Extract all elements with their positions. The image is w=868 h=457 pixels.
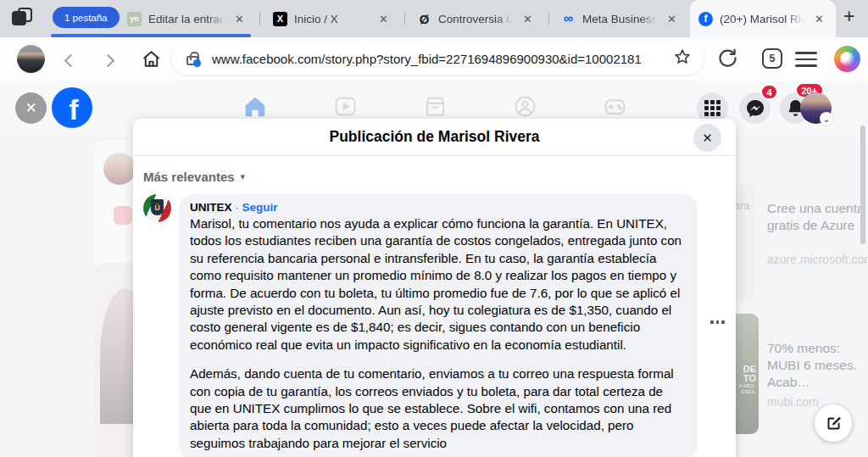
modal-close-button[interactable]: ✕ (693, 124, 721, 152)
copilot-icon[interactable] (834, 46, 860, 72)
tab-title: Inicio / X (294, 13, 369, 25)
comments-sort-dropdown[interactable]: Más relevantes ▾ (133, 156, 736, 192)
facebook-favicon: f (698, 12, 713, 26)
dropdown-arrow-icon: ▾ (241, 171, 246, 182)
compose-icon (825, 415, 843, 432)
tab-separator (548, 12, 549, 25)
tab-title: Controversia UNIT (438, 13, 513, 25)
tab-title: Meta Business Su (582, 13, 657, 25)
unitex-shield-icon: Ü (151, 199, 164, 215)
azure-ad-title[interactable]: Cree una cuenta gratis de Azure (767, 200, 865, 234)
sort-label: Más relevantes (143, 170, 235, 184)
url-text[interactable]: www.facebook.com/story.php?story_fbid=22… (212, 52, 666, 66)
messenger-badge: 4 (760, 84, 778, 100)
meta-infinity-favicon: ∞ (561, 12, 576, 26)
comment: Ü UNITEX · Seguir Marisol, tu comentario… (133, 192, 736, 457)
overlay-close-button[interactable]: ✕ (15, 92, 47, 124)
follow-link[interactable]: Seguir (242, 201, 278, 214)
facebook-logo[interactable]: f (52, 87, 92, 128)
tab-group-pill[interactable]: 1 pestaña (53, 7, 120, 28)
x-logo-favicon: X (273, 12, 287, 26)
home-button[interactable] (141, 48, 162, 73)
tab-title: Editar la entrada « (148, 13, 225, 25)
tab-meta-business[interactable]: ∞ Meta Business Su ✕ (553, 0, 688, 37)
close-tab-icon[interactable]: ✕ (520, 11, 536, 27)
tab-marisol-rivera-active[interactable]: f (20+) Marisol Rive ✕ (690, 0, 836, 37)
post-modal: Publicación de Marisol Rivera ✕ Más rele… (133, 119, 736, 457)
browser-tab-strip: 1 pestaña yo Editar la entrada « ✕ X Ini… (0, 0, 868, 37)
tab-editar-entrada[interactable]: yo Editar la entrada « ✕ (119, 0, 256, 37)
close-tab-icon[interactable]: ✕ (376, 11, 392, 27)
gaming-tab-icon[interactable] (603, 94, 627, 119)
scrollbar-thumb[interactable] (860, 125, 865, 244)
home-tab-icon[interactable] (242, 94, 268, 120)
azure-ad-domain: azure.microsoft.com (767, 253, 865, 267)
slashed-o-favicon: Ø (417, 12, 431, 26)
tab-switcher-icon[interactable] (12, 8, 32, 28)
tab-counter-button[interactable]: 5 (762, 48, 782, 69)
ad-text-fragment: ara (734, 199, 750, 212)
story-card[interactable] (95, 263, 137, 457)
separator-dot: · (235, 201, 239, 214)
tab-controversia[interactable]: Ø Controversia UNIT ✕ (409, 0, 544, 37)
mubi-ad-title[interactable]: 70% menos: MUBI 6 meses. Acab… (767, 340, 865, 391)
tab-inicio-x[interactable]: X Inicio / X ✕ (264, 0, 400, 37)
refresh-button[interactable] (716, 47, 739, 73)
browser-toolbar: www.facebook.com/story.php?story_fbid=22… (0, 37, 868, 81)
close-tab-icon[interactable]: ✕ (811, 11, 827, 27)
close-tab-icon[interactable]: ✕ (231, 11, 248, 27)
unitex-avatar[interactable]: Ü (143, 194, 171, 222)
back-button[interactable] (64, 54, 78, 68)
watch-tab-icon[interactable] (333, 94, 358, 119)
facebook-logo-letter: f (69, 93, 78, 126)
tab-title: (20+) Marisol Rive (720, 13, 804, 25)
comment-author[interactable]: UNITEX (190, 201, 232, 214)
secure-lock-icon[interactable] (186, 56, 198, 65)
marketplace-tab-icon[interactable] (423, 94, 448, 119)
comment-author-line: UNITEX · Seguir (190, 201, 687, 214)
grid-icon (704, 100, 721, 116)
close-tab-icon[interactable]: ✕ (664, 11, 680, 27)
new-tab-button[interactable]: + (843, 5, 854, 28)
story-avatar (103, 153, 136, 185)
mubi-ad-domain: mubi.com (767, 395, 865, 410)
tab-separator (404, 12, 405, 25)
create-story-label: Crea (108, 411, 136, 426)
modal-header: Publicación de Marisol Rivera ✕ (133, 119, 736, 156)
yo-favicon: yo (127, 12, 142, 26)
comment-paragraph: Marisol, tu comentario nos ayuda a expli… (190, 215, 687, 354)
browser-profile-avatar[interactable] (17, 45, 45, 73)
compose-button[interactable] (815, 404, 852, 442)
forward-button[interactable] (102, 54, 115, 68)
address-bar[interactable]: www.facebook.com/story.php?story_fbid=22… (171, 42, 704, 75)
chevron-down-icon[interactable]: ⌄ (820, 112, 833, 125)
bookmark-star-icon[interactable] (673, 47, 692, 70)
comment-options-icon[interactable] (710, 320, 725, 324)
comment-bubble: UNITEX · Seguir Marisol, tu comentario n… (179, 194, 698, 457)
comment-paragraph: Además, dando cuenta de tu comentario, e… (190, 365, 687, 452)
modal-title: Publicación de Marisol Rivera (330, 128, 540, 146)
reels-icon (114, 206, 132, 225)
tab-separator (259, 12, 260, 25)
menu-button[interactable] (795, 52, 817, 67)
groups-tab-icon[interactable] (513, 94, 537, 119)
messenger-icon (745, 98, 765, 119)
